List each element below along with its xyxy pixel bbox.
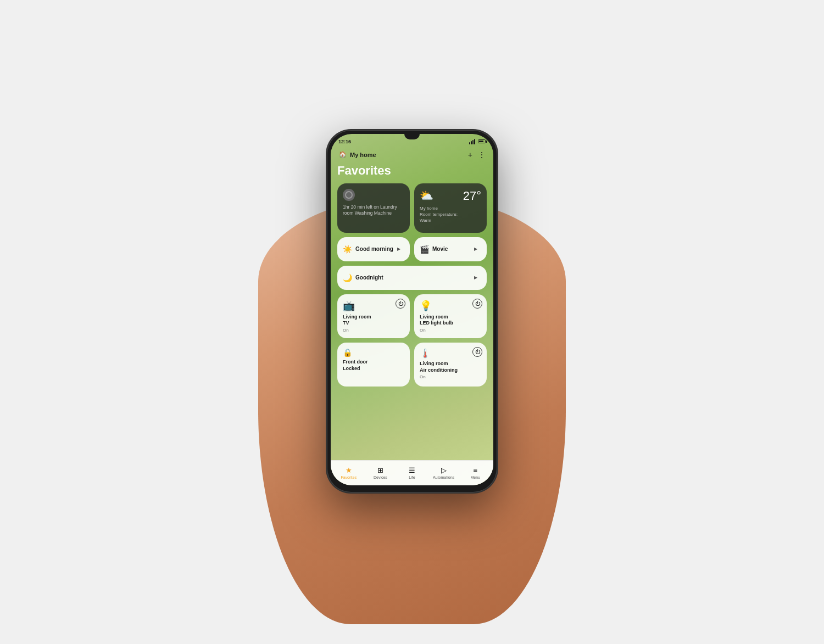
life-nav-label: Life bbox=[409, 475, 415, 479]
tv-status: On bbox=[343, 328, 404, 333]
nav-automations[interactable]: ▷ Automations bbox=[428, 466, 460, 479]
ac-status: On bbox=[420, 374, 481, 379]
movie-label: Movie bbox=[432, 246, 448, 252]
tv-name: Living roomTV bbox=[343, 314, 404, 327]
ac-card[interactable]: ⏻ 🌡️ Living roomAir conditioning On bbox=[414, 343, 487, 387]
favorites-nav-icon: ★ bbox=[346, 466, 352, 474]
tv-card[interactable]: ⏻ 📺 Living roomTV On bbox=[337, 294, 410, 338]
good-morning-scene[interactable]: ☀️ Good morning ▶ bbox=[337, 237, 410, 261]
goodnight-row: 🌙 Goodnight ▶ bbox=[337, 266, 487, 290]
led-bulb-icon: 💡 bbox=[420, 300, 481, 312]
nav-favorites[interactable]: ★ Favorites bbox=[333, 466, 365, 479]
ac-power-button[interactable]: ⏻ bbox=[472, 347, 482, 357]
washer-icon bbox=[343, 189, 355, 201]
more-button[interactable]: ⋮ bbox=[478, 150, 486, 159]
movie-scene[interactable]: 🎬 Movie ▶ bbox=[414, 237, 487, 261]
menu-nav-icon: ≡ bbox=[473, 466, 477, 474]
bottom-nav: ★ Favorites ⊞ Devices ☰ Life ▷ Automatio… bbox=[331, 460, 493, 485]
led-bulb-power-button[interactable]: ⏻ bbox=[472, 299, 482, 309]
section-title: Favorites bbox=[337, 164, 487, 178]
devices-nav-label: Devices bbox=[374, 475, 387, 479]
header-actions: + ⋮ bbox=[468, 150, 486, 159]
led-bulb-name: Living roomLED light bulb bbox=[420, 314, 481, 327]
scroll-content: Favorites 1hr 20 min left on Laundry roo… bbox=[331, 161, 493, 460]
status-icons bbox=[469, 139, 486, 144]
phone-shell: 12:16 🏠 bbox=[327, 130, 497, 492]
movie-icon: 🎬 bbox=[420, 245, 429, 254]
goodnight-label: Goodnight bbox=[355, 275, 383, 281]
weather-temp: 27° bbox=[463, 189, 481, 203]
weather-card[interactable]: ⛅ 27° My homeRoom temperature:Warm bbox=[414, 183, 487, 233]
nav-devices[interactable]: ⊞ Devices bbox=[365, 466, 397, 479]
ac-name: Living roomAir conditioning bbox=[420, 361, 481, 373]
home-nav: 🏠 My home bbox=[338, 150, 468, 159]
led-bulb-card[interactable]: ⏻ 💡 Living roomLED light bulb On bbox=[414, 294, 487, 338]
favorites-nav-label: Favorites bbox=[341, 475, 357, 479]
top-cards: 1hr 20 min left on Laundry room Washing … bbox=[337, 183, 487, 233]
nav-life[interactable]: ☰ Life bbox=[396, 466, 428, 479]
washer-text: 1hr 20 min left on Laundry room Washing … bbox=[343, 204, 404, 216]
automations-nav-label: Automations bbox=[433, 475, 454, 479]
scene-wrapper: 12:16 🏠 bbox=[220, 20, 604, 624]
battery-icon bbox=[478, 139, 486, 143]
devices-nav-icon: ⊞ bbox=[377, 466, 383, 474]
good-morning-label: Good morning bbox=[355, 246, 393, 252]
devices-grid: ⏻ 📺 Living roomTV On ⏻ 💡 Living roomLED … bbox=[337, 294, 487, 387]
automations-nav-icon: ▷ bbox=[441, 466, 447, 474]
tv-power-button[interactable]: ⏻ bbox=[396, 299, 405, 309]
door-lock-icon: 🔒 bbox=[343, 348, 404, 357]
goodnight-play[interactable]: ▶ bbox=[470, 272, 481, 283]
good-morning-play[interactable]: ▶ bbox=[393, 244, 404, 255]
scenes-row: ☀️ Good morning ▶ 🎬 Movie ▶ bbox=[337, 237, 487, 261]
led-bulb-status: On bbox=[420, 328, 481, 333]
app-header: 🏠 My home + ⋮ bbox=[331, 146, 493, 164]
add-button[interactable]: + bbox=[468, 150, 472, 159]
ac-icon: 🌡️ bbox=[420, 348, 481, 359]
movie-play[interactable]: ▶ bbox=[470, 244, 481, 255]
home-title: My home bbox=[350, 152, 376, 158]
life-nav-icon: ☰ bbox=[409, 466, 415, 474]
weather-icon: ⛅ bbox=[420, 189, 433, 202]
washer-card[interactable]: 1hr 20 min left on Laundry room Washing … bbox=[337, 183, 410, 233]
front-door-name: Front doorLocked bbox=[343, 359, 404, 372]
status-time: 12:16 bbox=[338, 139, 351, 144]
goodnight-icon: 🌙 bbox=[343, 273, 352, 282]
goodnight-scene[interactable]: 🌙 Goodnight ▶ bbox=[337, 266, 487, 290]
weather-desc: My homeRoom temperature:Warm bbox=[420, 205, 481, 224]
phone-screen: 12:16 🏠 bbox=[331, 134, 493, 485]
nav-menu[interactable]: ≡ Menu bbox=[459, 466, 491, 479]
front-door-card[interactable]: 🔒 Front doorLocked bbox=[337, 343, 410, 387]
menu-nav-label: Menu bbox=[470, 475, 480, 479]
signal-icon bbox=[469, 139, 475, 144]
home-icon: 🏠 bbox=[338, 150, 347, 159]
tv-icon: 📺 bbox=[343, 300, 404, 312]
good-morning-icon: ☀️ bbox=[343, 245, 352, 254]
